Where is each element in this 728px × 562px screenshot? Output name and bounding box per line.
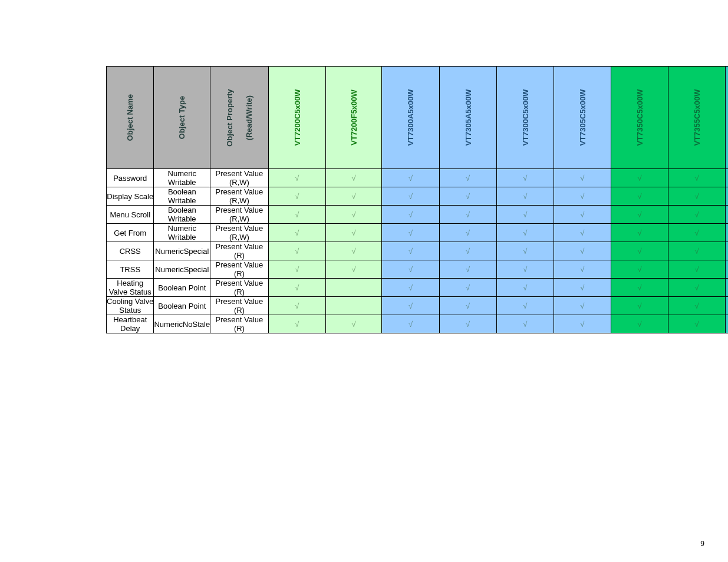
cell-name: Heating Valve Status [107,279,154,297]
cell-value: √ [496,169,554,187]
table-row: Heating Valve StatusBoolean PointPresent… [107,279,729,297]
cell-value: √ [439,315,496,333]
cell-type: Boolean Writable [154,187,210,206]
cell-value: √ [554,279,611,297]
cell-value: √ [554,260,611,279]
table-row: Heartbeat DelayNumericNoStalePresent Val… [107,315,729,333]
cell-value: √ [554,224,611,242]
cell-prop: Present Value (R,W) [210,206,269,224]
cell-value: √ [611,224,668,242]
cell-value: √ [268,242,325,260]
cell-value: √ [611,315,668,333]
cell-value: √ [554,206,611,224]
cell-prop: Present Value (R) [210,315,269,333]
cell-value: √ [268,206,325,224]
cell-value: √ [496,242,554,260]
cell-value: √ [382,206,439,224]
col-VT7300C5x00W: VT7300C5x00W [496,67,554,169]
cell-name: Menu Scroll [107,206,154,224]
cell-value: √ [726,206,728,224]
cell-value: √ [611,169,668,187]
cell-value [726,279,728,297]
cell-value: √ [668,242,726,260]
cell-value: √ [554,169,611,187]
col-VT7355C5x00W: VT7355C5x00W [668,67,726,169]
cell-value: √ [268,279,325,297]
object-table: Object Name Object Type Object Property … [106,66,728,333]
cell-value: √ [382,260,439,279]
cell-value: √ [668,279,726,297]
cell-value: √ [268,187,325,206]
cell-value: √ [611,279,668,297]
cell-value: √ [268,315,325,333]
cell-value: √ [325,206,382,224]
cell-value: √ [726,260,728,279]
cell-value: √ [496,206,554,224]
cell-prop: Present Value (R,W) [210,169,269,187]
col-VT7305C5x00W: VT7305C5x00W [554,67,611,169]
cell-value: √ [439,297,496,315]
cell-value: √ [325,187,382,206]
cell-type: Boolean Point [154,279,210,297]
cell-value: √ [439,224,496,242]
cell-value: √ [325,169,382,187]
cell-name: Heartbeat Delay [107,315,154,333]
col-VT7300A5x00W: VT7300A5x00W [382,67,439,169]
cell-prop: Present Value (R) [210,260,269,279]
cell-value: √ [382,224,439,242]
page-number: 9 [700,540,704,548]
cell-value: √ [668,169,726,187]
cell-value: √ [668,224,726,242]
cell-value: √ [611,242,668,260]
col-VT7200F5x00W: VT7200F5x00W [325,67,382,169]
table-row: CRSSNumericSpecialPresent Value (R)√√√√√… [107,242,729,260]
cell-value: √ [611,206,668,224]
cell-value: √ [496,279,554,297]
cell-type: Numeric Writable [154,224,210,242]
cell-value: √ [726,187,728,206]
table: Object Name Object Type Object Property … [106,66,728,333]
cell-value: √ [268,169,325,187]
cell-value: √ [325,242,382,260]
cell-value: √ [668,187,726,206]
col-VT7200C5x00W: VT7200C5x00W [268,67,325,169]
cell-value: √ [554,242,611,260]
cell-value: √ [439,206,496,224]
cell-value: √ [382,187,439,206]
cell-value: √ [496,224,554,242]
cell-name: Cooling Valve Status [107,297,154,315]
cell-value: √ [496,315,554,333]
table-row: Get FromNumeric WritablePresent Value (R… [107,224,729,242]
header-row: Object Name Object Type Object Property … [107,67,729,169]
cell-prop: Present Value (R,W) [210,224,269,242]
cell-prop: Present Value (R) [210,242,269,260]
table-row: PasswordNumeric WritablePresent Value (R… [107,169,729,187]
cell-value: √ [439,187,496,206]
cell-value: √ [325,260,382,279]
col-VT7350C5x00W: VT7350C5x00W [611,67,668,169]
cell-value: √ [496,297,554,315]
cell-value: √ [496,260,554,279]
cell-value [325,297,382,315]
cell-value: √ [382,169,439,187]
cell-value: √ [611,187,668,206]
hdr-object-type: Object Type [154,67,210,169]
cell-value: √ [668,315,726,333]
cell-type: NumericSpecial [154,242,210,260]
col-VT7300F5x00W: VT7300F5x00W [726,67,728,169]
cell-value: √ [554,187,611,206]
table-row: TRSSNumericSpecialPresent Value (R)√√√√√… [107,260,729,279]
cell-value: √ [325,315,382,333]
cell-name: TRSS [107,260,154,279]
cell-type: NumericNoStale [154,315,210,333]
cell-type: NumericSpecial [154,260,210,279]
cell-prop: Present Value (R) [210,279,269,297]
cell-name: Get From [107,224,154,242]
table-row: Display ScaleBoolean WritablePresent Val… [107,187,729,206]
cell-value: √ [726,224,728,242]
cell-value: √ [268,260,325,279]
cell-value: √ [439,279,496,297]
cell-value: √ [726,242,728,260]
cell-value [726,297,728,315]
cell-name: Display Scale [107,187,154,206]
